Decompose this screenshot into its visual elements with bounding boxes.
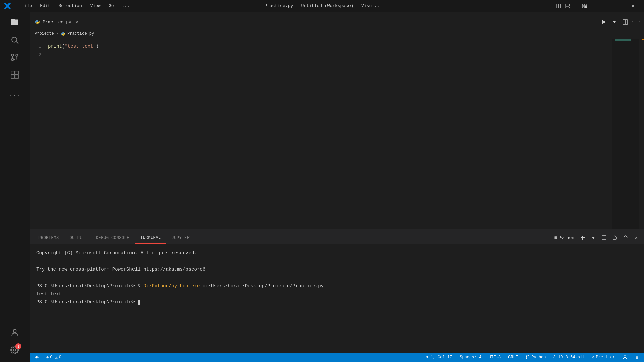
error-icon: ⊗ xyxy=(46,355,49,360)
svg-marker-28 xyxy=(592,237,595,239)
error-count: 0 xyxy=(50,355,52,360)
svg-rect-0 xyxy=(556,4,558,8)
status-python-version[interactable]: 3.10.8 64-bit xyxy=(552,355,586,360)
new-terminal-button[interactable] xyxy=(578,233,587,242)
menu-more[interactable]: ... xyxy=(118,2,133,10)
menu-edit[interactable]: Edit xyxy=(37,2,54,10)
svg-rect-18 xyxy=(11,75,14,78)
code-string: "test text" xyxy=(65,44,96,49)
svg-rect-8 xyxy=(583,6,584,8)
panel-tab-group: PROBLEMS OUTPUT DEBUG CONSOLE TERMINAL J… xyxy=(33,229,195,244)
maximize-panel-button[interactable] xyxy=(621,233,630,242)
explorer-icon[interactable] xyxy=(7,14,23,31)
terminal-prompt: PS C:\Users\horat\Desktop\Proiecte> xyxy=(36,299,138,305)
ln-col-text: Ln 1, Col 17 xyxy=(423,355,452,360)
status-remote-user[interactable] xyxy=(621,355,629,360)
account-icon[interactable] xyxy=(7,324,23,341)
menu-go[interactable]: Go xyxy=(105,2,117,10)
terminal-label-action[interactable]: ⊞ Python xyxy=(552,234,576,241)
terminal-line-3: Try the new cross-platform PowerShell ht… xyxy=(36,266,637,273)
restore-button[interactable]: ◻ xyxy=(609,0,625,12)
terminal-script-path: c:/Users/horat/Desktop/Proiecte/Practice… xyxy=(200,283,324,289)
split-terminal-button[interactable] xyxy=(600,233,608,242)
minimize-button[interactable]: — xyxy=(593,0,608,12)
warning-count: 0 xyxy=(59,355,61,360)
check-icon: ⊘ xyxy=(592,355,594,360)
terminal-line-1: Copyright (C) Microsoft Corporation. All… xyxy=(36,249,637,257)
terminal-content[interactable]: Copyright (C) Microsoft Corporation. All… xyxy=(30,244,644,353)
line-content-1: print("test text") xyxy=(48,44,99,49)
tab-bar: Practice.py ✕ ··· xyxy=(30,12,644,28)
layout-side-icon[interactable] xyxy=(573,3,579,9)
editor-area: Practice.py ✕ ··· Proiecte › xyxy=(30,12,644,362)
breadcrumb-file[interactable]: Practice.py xyxy=(67,31,94,36)
activity-bar: ··· 1 xyxy=(0,12,30,362)
titlebar: File Edit Selection View Go ... Practice… xyxy=(0,0,644,12)
svg-point-13 xyxy=(11,54,14,56)
settings-icon[interactable]: 1 xyxy=(7,342,23,358)
status-errors[interactable]: ⊗ 0 ⚠ 0 xyxy=(45,355,63,360)
terminal-cursor xyxy=(138,300,140,305)
tab-problems[interactable]: PROBLEMS xyxy=(33,232,64,244)
terminal-line-5: PS C:\Users\horat\Desktop\Proiecte> & D:… xyxy=(36,282,637,290)
layout-bottom-icon[interactable] xyxy=(564,3,570,9)
status-notifications[interactable] xyxy=(633,355,641,360)
code-content: 1 print("test text") 2 xyxy=(30,39,644,63)
customize-layout-icon[interactable] xyxy=(582,3,588,9)
svg-rect-1 xyxy=(559,4,560,8)
status-ln-col[interactable]: Ln 1, Col 17 xyxy=(422,355,453,360)
menu-view[interactable]: View xyxy=(87,2,104,10)
menu-file[interactable]: File xyxy=(18,2,35,10)
tab-close-button[interactable]: ✕ xyxy=(74,19,80,25)
status-language[interactable]: {} Python xyxy=(524,355,547,360)
menu-selection[interactable]: Selection xyxy=(55,2,85,10)
status-spaces[interactable]: Spaces: 4 xyxy=(458,355,483,360)
kill-terminal-button[interactable] xyxy=(610,233,619,242)
extensions-icon[interactable] xyxy=(7,67,23,83)
svg-rect-31 xyxy=(613,237,616,239)
terminal-line-7: PS C:\Users\horat\Desktop\Proiecte> xyxy=(36,298,637,306)
settings-badge: 1 xyxy=(15,343,21,349)
layout-icon[interactable] xyxy=(555,3,561,9)
more-activity-icon[interactable]: ··· xyxy=(7,87,23,103)
status-encoding[interactable]: UTF-8 xyxy=(487,355,502,360)
status-line-ending[interactable]: CRLF xyxy=(507,355,519,360)
breadcrumb-python-icon xyxy=(61,31,65,36)
close-button[interactable]: ✕ xyxy=(625,0,641,12)
status-remote[interactable] xyxy=(33,355,40,360)
status-prettier[interactable]: ⊘ Prettier xyxy=(591,355,616,360)
source-control-icon[interactable] xyxy=(7,49,23,65)
line-ending-text: CRLF xyxy=(508,355,518,360)
close-panel-button[interactable]: ✕ xyxy=(632,233,641,242)
tab-practice-py[interactable]: Practice.py ✕ xyxy=(30,16,85,28)
encoding-text: UTF-8 xyxy=(489,355,501,360)
tab-debug-console[interactable]: DEBUG CONSOLE xyxy=(91,232,135,244)
svg-point-20 xyxy=(13,329,16,333)
breadcrumb-folder[interactable]: Proiecte xyxy=(35,31,54,36)
tab-jupyter[interactable]: JUPYTER xyxy=(166,232,195,244)
run-button[interactable] xyxy=(599,17,608,27)
titlebar-left: File Edit Selection View Go ... xyxy=(3,2,133,10)
search-activity-icon[interactable] xyxy=(7,32,23,48)
run-dropdown-button[interactable] xyxy=(610,17,619,27)
split-editor-button[interactable] xyxy=(621,17,630,27)
window-controls: — ◻ ✕ xyxy=(593,0,641,12)
svg-marker-23 xyxy=(613,21,616,23)
warning-icon: ⚠ xyxy=(55,355,57,360)
more-actions-button[interactable]: ··· xyxy=(631,17,641,27)
svg-rect-7 xyxy=(585,4,587,5)
tab-terminal[interactable]: TERMINAL xyxy=(135,232,166,244)
python-icon xyxy=(35,19,40,25)
titlebar-title: Practice.py - Untitled (Workspace) - Vis… xyxy=(264,3,379,8)
braces-icon: {} xyxy=(525,355,530,360)
breadcrumb-separator: › xyxy=(56,31,59,36)
code-editor[interactable]: 1 print("test text") 2 xyxy=(30,39,644,229)
panel-area: PROBLEMS OUTPUT DEBUG CONSOLE TERMINAL J… xyxy=(30,229,644,353)
status-bar: ⊗ 0 ⚠ 0 Ln 1, Col 17 Spaces: 4 UTF-8 CRL… xyxy=(30,353,644,362)
svg-marker-22 xyxy=(602,20,606,24)
tab-output[interactable]: OUTPUT xyxy=(64,232,91,244)
split-terminal-dropdown[interactable] xyxy=(589,233,598,242)
svg-point-11 xyxy=(12,37,17,42)
terminal-line-6: test text xyxy=(36,290,637,298)
svg-rect-2 xyxy=(565,4,569,6)
